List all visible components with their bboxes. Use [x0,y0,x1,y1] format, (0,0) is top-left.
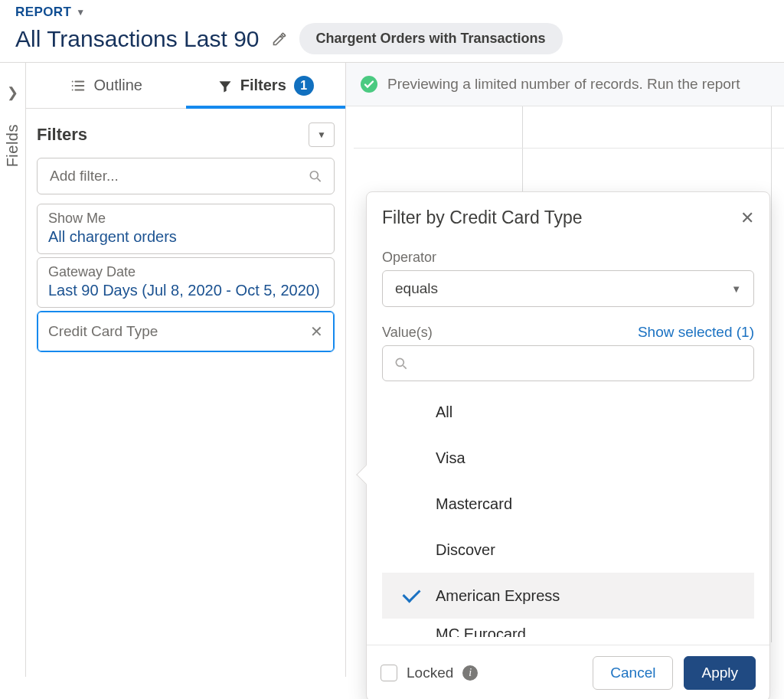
filter-icon [217,77,233,94]
info-icon[interactable]: i [462,665,478,681]
check-circle-icon [360,75,378,93]
locked-label: Locked [407,665,453,681]
add-filter-input[interactable]: Add filter... [37,158,335,194]
filter-card-credit-card-type[interactable]: Credit Card Type ✕ [37,311,335,352]
operator-value: equals [395,280,438,297]
close-icon[interactable]: ✕ [740,208,754,228]
value-option[interactable]: MC Eurocard [382,619,754,637]
report-type-kicker[interactable]: REPORT ▼ [15,5,769,20]
values-option-list: All Visa Mastercard Discover American Ex… [382,389,754,637]
chevron-right-icon: ❯ [7,84,18,101]
operator-label: Operator [382,250,754,266]
filter-card-value: All chargent orders [48,228,323,246]
filter-card-gateway-date[interactable]: Gateway Date Last 90 Days (Jul 8, 2020 -… [37,257,335,308]
filters-heading: Filters [37,125,87,145]
search-icon [308,168,323,184]
value-option-label: Visa [436,449,466,467]
value-option-label: Discover [436,541,495,559]
filter-count-badge: 1 [294,76,314,96]
tab-outline[interactable]: Outline [26,63,186,108]
chevron-down-icon: ▼ [76,7,85,18]
filter-card-label: Credit Card Type [48,323,158,340]
tab-filters[interactable]: Filters 1 [186,63,346,108]
filter-card-label: Gateway Date [48,264,323,280]
popover-title: Filter by Credit Card Type [382,207,583,228]
report-type-pill[interactable]: Chargent Orders with Transactions [299,23,563,54]
tab-filters-label: Filters [240,77,286,94]
filter-card-show-me[interactable]: Show Me All chargent orders [37,204,335,254]
svg-line-7 [318,178,321,181]
values-search-input[interactable] [382,345,754,381]
operator-select[interactable]: equals ▼ [382,270,754,307]
chevron-down-icon: ▼ [317,129,326,140]
page-title: All Transactions Last 90 [15,26,260,52]
apply-button[interactable]: Apply [684,656,756,690]
filter-card-value: Last 90 Days (Jul 8, 2020 - Oct 5, 2020) [48,282,323,299]
value-option[interactable]: All [382,389,754,435]
add-filter-placeholder: Add filter... [50,168,119,184]
fields-rail-label: Fields [4,124,21,167]
cancel-button[interactable]: Cancel [593,656,673,690]
value-option-label: Mastercard [436,495,512,513]
value-option[interactable]: Discover [382,527,754,573]
fields-rail[interactable]: ❯ Fields [0,63,26,677]
chevron-down-icon: ▼ [731,283,741,295]
values-label: Value(s) [382,325,433,341]
outline-icon [70,77,87,95]
show-selected-link[interactable]: Show selected (1) [638,324,754,341]
svg-point-9 [396,359,403,367]
pencil-icon[interactable] [272,31,287,47]
close-icon[interactable]: ✕ [310,322,323,341]
kicker-text: REPORT [15,5,71,20]
preview-text: Previewing a limited number of records. … [387,76,740,93]
value-option-label: American Express [436,587,560,605]
value-option[interactable]: American Express [382,573,754,619]
search-icon [394,355,409,371]
locked-checkbox[interactable] [381,665,397,681]
preview-banner: Previewing a limited number of records. … [346,63,784,106]
svg-point-6 [310,171,318,179]
tab-outline-label: Outline [94,77,142,94]
filters-menu-button[interactable]: ▼ [309,122,335,147]
filter-card-label: Show Me [48,211,323,227]
svg-line-10 [403,366,407,369]
value-option[interactable]: Mastercard [382,481,754,527]
value-option-label: MC Eurocard [436,626,526,638]
filter-popover: Filter by Credit Card Type ✕ Operator eq… [366,191,770,699]
value-option-label: All [436,403,452,421]
value-option[interactable]: Visa [382,435,754,481]
